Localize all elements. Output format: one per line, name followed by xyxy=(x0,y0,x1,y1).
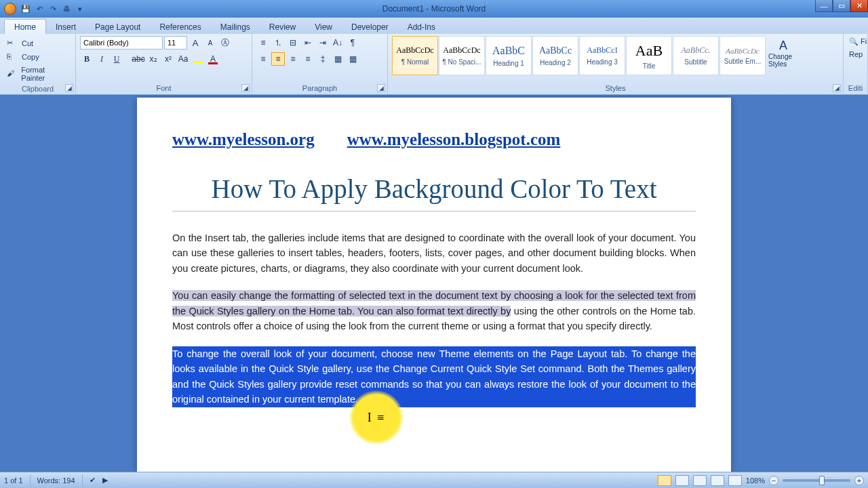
align-right-button[interactable]: ≡ xyxy=(286,52,300,66)
align-center-button[interactable]: ≡ xyxy=(271,52,285,66)
cut-button[interactable]: ✂Cut xyxy=(4,37,36,49)
style-subtle-em---[interactable]: AaBbCcDcSubtle Em... xyxy=(719,36,766,75)
format-painter-button[interactable]: 🖌Format Painter xyxy=(4,64,71,83)
tab-view[interactable]: View xyxy=(305,20,342,34)
ribbon-tabs: Home Insert Page Layout References Maili… xyxy=(0,18,868,34)
paragraph-dialog-launcher[interactable]: ◢ xyxy=(377,84,385,92)
blue-highlight[interactable]: To change the overall look of your docum… xyxy=(172,348,696,405)
zoom-slider-thumb[interactable] xyxy=(819,476,825,485)
print-icon[interactable]: 🖶 xyxy=(60,3,73,15)
styles-gallery[interactable]: AaBbCcDc¶ NormalAaBbCcDc¶ No Spaci...AaB… xyxy=(392,36,766,75)
justify-button[interactable]: ≡ xyxy=(301,52,315,66)
italic-button[interactable]: I xyxy=(95,52,108,66)
tab-home[interactable]: Home xyxy=(4,19,46,34)
paragraph-group: ≡ ⒈ ⊟ ⇤ ⇥ A↓ ¶ ≡ ≡ ≡ ≡ ‡ ▦ ▦ Paragraph ◢ xyxy=(252,34,388,94)
maximize-button[interactable]: ▭ xyxy=(833,0,850,12)
outline-view-button[interactable] xyxy=(711,475,724,486)
zoom-out-button[interactable]: − xyxy=(769,476,778,485)
title-bar: 💾 ↶ ↷ 🖶 ▾ Document1 - Microsoft Word — ▭… xyxy=(0,0,868,18)
subscript-button[interactable]: x₂ xyxy=(146,52,160,66)
strikethrough-button[interactable]: abc xyxy=(132,52,145,66)
save-icon[interactable]: 💾 xyxy=(20,3,32,15)
tab-page-layout[interactable]: Page Layout xyxy=(85,20,150,34)
align-left-button[interactable]: ≡ xyxy=(256,52,270,66)
styles-dialog-launcher[interactable]: ◢ xyxy=(833,84,841,92)
style-heading-2[interactable]: AaBbCcHeading 2 xyxy=(532,36,578,75)
full-screen-view-button[interactable] xyxy=(675,475,689,486)
redo-icon[interactable]: ↷ xyxy=(47,3,59,15)
page[interactable]: www.myelesson.orgwww.myelesson.blogspot.… xyxy=(137,98,731,472)
increase-indent-button[interactable]: ⇥ xyxy=(316,36,330,49)
print-layout-view-button[interactable] xyxy=(658,475,671,486)
sort-button[interactable]: A↓ xyxy=(331,36,344,49)
proofing-icon[interactable]: ✔ xyxy=(90,476,96,485)
tab-developer[interactable]: Developer xyxy=(342,20,398,34)
ribbon: ✂Cut ⎘Copy 🖌Format Painter Clipboard ◢ A… xyxy=(0,34,868,95)
text-cursor-icon: I ≡ xyxy=(368,411,386,425)
decrease-indent-button[interactable]: ⇤ xyxy=(301,36,315,49)
tab-insert[interactable]: Insert xyxy=(46,20,85,34)
style-subtitle[interactable]: AaBbCc.Subtitle xyxy=(673,36,719,75)
link-2[interactable]: www.myelesson.blogspot.com xyxy=(347,130,561,148)
tab-mailings[interactable]: Mailings xyxy=(211,20,260,34)
bold-button[interactable]: B xyxy=(80,52,94,66)
macro-icon[interactable]: ▶ xyxy=(102,476,108,485)
numbering-button[interactable]: ⒈ xyxy=(271,36,285,49)
borders-button[interactable]: ▦ xyxy=(346,52,359,66)
style-heading-1[interactable]: AaBbCHeading 1 xyxy=(486,36,532,75)
tab-add-ins[interactable]: Add-Ins xyxy=(398,20,445,34)
tab-review[interactable]: Review xyxy=(260,20,305,34)
highlight-color-button[interactable] xyxy=(191,52,205,66)
clipboard-dialog-launcher[interactable]: ◢ xyxy=(65,84,73,92)
zoom-percent[interactable]: 108% xyxy=(746,476,765,485)
document-area[interactable]: www.myelesson.orgwww.myelesson.blogspot.… xyxy=(0,95,868,472)
page-indicator[interactable]: 1 of 1 xyxy=(4,476,23,485)
format-painter-label: Format Painter xyxy=(21,66,68,82)
style---no-spaci---[interactable]: AaBbCcDc¶ No Spaci... xyxy=(439,36,485,75)
zoom-in-button[interactable]: + xyxy=(854,476,864,485)
font-color-button[interactable]: A xyxy=(206,52,220,66)
tab-references[interactable]: References xyxy=(150,20,210,34)
minimize-button[interactable]: — xyxy=(815,0,833,12)
editing-group: 🔍 Fin Rep Editi xyxy=(844,34,868,94)
style-title[interactable]: AaBTitle xyxy=(626,36,672,75)
font-name-combo[interactable] xyxy=(80,36,163,49)
undo-icon[interactable]: ↶ xyxy=(33,3,45,15)
line-spacing-button[interactable]: ‡ xyxy=(316,52,330,66)
document-heading[interactable]: How To Apply Background Color To Text xyxy=(172,174,696,211)
office-button[interactable] xyxy=(4,3,16,15)
window-title: Document1 - Microsoft Word xyxy=(382,4,486,14)
superscript-button[interactable]: x² xyxy=(161,52,175,66)
cursor-highlight-icon: I ≡ xyxy=(349,390,403,445)
copy-label: Copy xyxy=(22,53,39,61)
copy-icon: ⎘ xyxy=(7,52,18,62)
change-styles-button[interactable]: A Change Styles xyxy=(766,36,801,70)
show-marks-button[interactable]: ¶ xyxy=(346,36,359,49)
shrink-font-button[interactable]: A xyxy=(203,36,217,49)
qat-dropdown-icon[interactable]: ▾ xyxy=(74,3,86,15)
close-button[interactable]: ✕ xyxy=(850,0,868,12)
find-button[interactable]: 🔍 Fin xyxy=(848,36,868,47)
underline-button[interactable]: U xyxy=(110,52,123,66)
multilevel-button[interactable]: ⊟ xyxy=(286,36,300,49)
bullets-button[interactable]: ≡ xyxy=(256,36,270,49)
style---normal[interactable]: AaBbCcDc¶ Normal xyxy=(392,36,438,75)
paragraph-1[interactable]: On the Insert tab, the galleries include… xyxy=(172,230,696,276)
style-heading-3[interactable]: AaBbCcIHeading 3 xyxy=(579,36,625,75)
copy-button[interactable]: ⎘Copy xyxy=(4,51,42,63)
grow-font-button[interactable]: A xyxy=(189,36,202,49)
shading-button[interactable]: ▦ xyxy=(331,52,344,66)
clear-formatting-button[interactable]: Ⓐ xyxy=(218,36,232,49)
font-size-combo[interactable] xyxy=(164,36,187,49)
paragraph-2[interactable]: You can easily change the formatting of … xyxy=(172,288,696,333)
link-1[interactable]: www.myelesson.org xyxy=(172,130,315,148)
font-group: A A Ⓐ B I U abc x₂ x² Aa A Font ◢ xyxy=(76,34,252,94)
zoom-slider[interactable] xyxy=(783,479,850,482)
web-layout-view-button[interactable] xyxy=(693,475,707,486)
change-case-button[interactable]: Aa xyxy=(176,52,190,66)
font-dialog-launcher[interactable]: ◢ xyxy=(241,84,250,92)
word-count[interactable]: Words: 194 xyxy=(37,476,75,485)
replace-button[interactable]: Rep xyxy=(848,49,864,60)
draft-view-button[interactable] xyxy=(728,475,742,486)
paragraph-3[interactable]: To change the overall look of your docum… xyxy=(172,346,696,407)
